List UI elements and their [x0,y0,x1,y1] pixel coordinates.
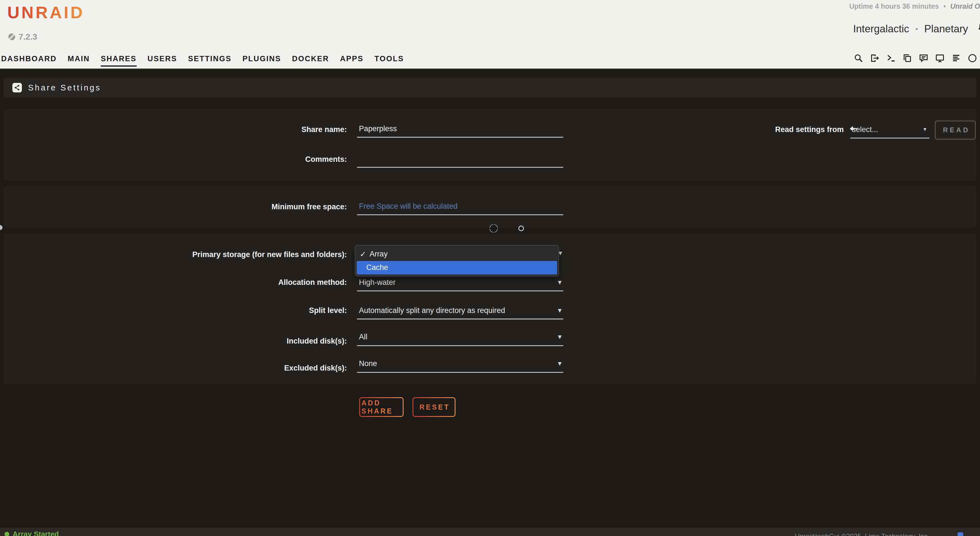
dropdown-option-cache[interactable]: Cache [357,261,557,274]
chevron-down-icon: ▼ [558,334,562,340]
read-settings-label: Read settings from [775,125,858,134]
excluded-disks-label: Excluded disk(s): [0,364,347,373]
primary-storage-label: Primary storage (for new files and folde… [0,250,347,259]
version-badge: 7.2.3 [8,32,37,41]
click-indicator-ring [519,226,524,231]
separator-dot: • [915,24,918,34]
nav-dashboard[interactable]: DASHBOARD [1,54,57,67]
server-description: Planetary [924,23,968,35]
comments-input[interactable] [357,155,563,168]
array-status[interactable]: Array Started [5,530,59,536]
nav-users[interactable]: USERS [148,54,177,67]
feedback-icon[interactable] [919,53,928,63]
nav-plugins[interactable]: PLUGINS [242,54,281,67]
copy-icon[interactable] [902,53,912,63]
chevron-down-icon: ▼ [558,308,562,313]
edge-handle-dot [0,225,3,230]
nav-shares[interactable]: SHARES [101,54,137,67]
lime-tech-icon[interactable] [958,532,963,536]
dropdown-option-array[interactable]: ✓ Array [360,250,388,259]
share-icon[interactable] [12,83,22,93]
share-name-input[interactable] [357,124,563,138]
sign-out-icon[interactable] [870,53,880,63]
read-settings-select[interactable]: select... ▼ [850,125,929,139]
header-toolbar [854,53,977,63]
status-footer: Array Started Unraid/webGui ©2025, Lime … [0,528,980,536]
separator-dot: • [943,2,946,10]
server-identity: Intergalactic • Planetary [853,22,980,36]
bell-icon[interactable] [977,22,980,36]
log-icon[interactable] [951,53,961,63]
chevron-down-icon: ▼ [558,279,562,285]
split-level-select[interactable]: Automatically split any directory as req… [357,306,563,319]
split-level-label: Split level: [0,306,347,315]
allocation-method-select[interactable]: High-water ▼ [357,278,563,291]
chevron-down-icon: ▼ [558,361,562,366]
included-disks-select[interactable]: All ▼ [357,333,563,346]
monitor-icon[interactable] [935,53,945,63]
comments-label: Comments: [0,155,347,164]
primary-storage-dropdown: ✓ Array Cache [355,245,559,276]
status-dot-icon [5,532,9,536]
min-free-space-input[interactable] [357,202,563,215]
section-titlebar: Share Settings [4,78,976,97]
version-icon [8,34,15,40]
nav-tools[interactable]: TOOLS [374,54,404,67]
unraid-logo[interactable]: UNRAID [7,3,84,22]
server-name: Intergalactic [853,23,909,35]
chevron-down-icon: ▼ [923,127,927,132]
reset-button[interactable]: RESET [412,397,455,417]
cursor-crosshair-icon [488,223,499,235]
excluded-disks-select[interactable]: None ▼ [357,359,563,373]
uptime-text: Uptime 4 hours 36 minutes [849,2,939,10]
nav-apps[interactable]: APPS [340,54,364,67]
app-header: UNRAID 7.2.3 Uptime 4 hours 36 minutes•U… [0,0,980,69]
unraid-share-settings-page: UNRAID 7.2.3 Uptime 4 hours 36 minutes•U… [0,0,980,536]
page-title: Share Settings [28,83,101,93]
included-disks-label: Included disk(s): [0,337,347,346]
version-number: 7.2.3 [19,32,37,41]
nav-main[interactable]: MAIN [68,54,90,67]
search-icon[interactable] [854,53,863,63]
nav-docker[interactable]: DOCKER [292,54,329,67]
nav-settings[interactable]: SETTINGS [188,54,232,67]
license-text: Unraid OS Starter [950,2,980,10]
allocation-method-label: Allocation method: [0,278,347,287]
uptime-status: Uptime 4 hours 36 minutes•Unraid OS Star… [849,2,980,10]
add-share-button[interactable]: ADD SHARE [359,397,404,417]
share-name-label: Share name: [0,125,347,134]
terminal-icon[interactable] [886,53,896,63]
check-icon: ✓ [360,250,366,259]
partial-circle-icon[interactable] [968,53,977,63]
main-nav: DASHBOARD MAIN SHARES USERS SETTINGS PLU… [1,54,404,67]
read-button[interactable]: READ [935,121,976,140]
panel-share-identity [4,109,976,180]
min-free-space-label: Minimum free space: [0,203,347,211]
copyright-text: Unraid/webGui ©2025, Lime Technology, In… [795,532,929,536]
